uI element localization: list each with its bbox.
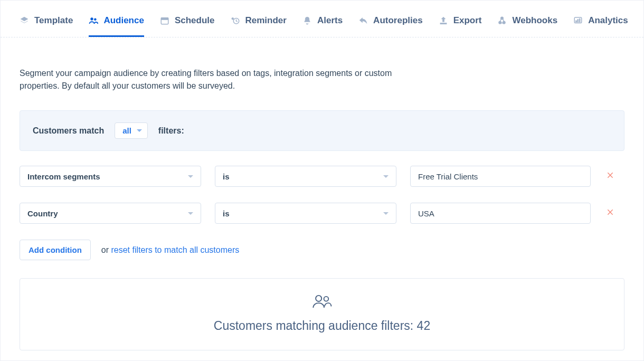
chart-icon <box>573 16 583 25</box>
filter-operator-value: is <box>223 172 230 181</box>
tab-label: Reminder <box>245 15 287 26</box>
webhook-icon <box>497 16 507 25</box>
filter-attribute-select[interactable]: Country <box>20 203 201 224</box>
filter-value-text: Free Trial Clients <box>418 172 478 181</box>
svg-rect-12 <box>577 20 579 22</box>
matching-customers-count: 42 <box>417 319 431 332</box>
users-icon <box>89 16 98 25</box>
filter-list: Intercom segments is Free Trial Clients <box>20 166 624 224</box>
tab-label: Alerts <box>317 15 343 26</box>
reset-filters-link[interactable]: reset filters to match all customers <box>111 245 239 254</box>
chevron-down-icon <box>383 175 389 178</box>
upload-icon <box>439 16 448 25</box>
matching-customers-text: Customers matching audience filters: 42 <box>214 319 430 333</box>
tab-audience[interactable]: Audience <box>89 1 144 37</box>
tab-schedule[interactable]: Schedule <box>160 1 215 37</box>
filter-attribute-value: Country <box>27 209 58 218</box>
reply-icon <box>358 16 368 25</box>
filter-operator-select[interactable]: is <box>215 166 396 187</box>
filter-value-input[interactable]: Free Trial Clients <box>410 166 591 187</box>
users-icon <box>312 293 332 311</box>
svg-point-5 <box>231 17 233 20</box>
tab-analytics[interactable]: Analytics <box>573 1 628 37</box>
filter-actions: Add condition or reset filters to match … <box>20 240 624 260</box>
matching-customers-card: Customers matching audience filters: 42 <box>20 278 624 350</box>
remove-filter-button[interactable] <box>604 171 616 182</box>
svg-point-0 <box>91 18 93 21</box>
tab-label: Webhooks <box>512 15 557 26</box>
layers-icon <box>20 16 29 25</box>
tab-label: Export <box>453 15 482 26</box>
tab-label: Autoreplies <box>373 15 423 26</box>
match-mode-bar: Customers match all filters: <box>20 110 624 151</box>
bell-icon <box>302 16 312 25</box>
tab-template[interactable]: Template <box>20 1 73 37</box>
match-mode-dropdown[interactable]: all <box>115 122 148 139</box>
filter-row: Intercom segments is Free Trial Clients <box>20 166 624 187</box>
chevron-down-icon <box>188 212 193 215</box>
audience-description: Segment your campaign audience by creati… <box>20 67 410 92</box>
filter-value-input[interactable]: USA <box>410 203 591 224</box>
svg-point-14 <box>316 296 321 301</box>
tab-reminder[interactable]: Reminder <box>231 1 287 37</box>
add-condition-button[interactable]: Add condition <box>20 240 91 260</box>
filter-operator-value: is <box>223 209 230 218</box>
tab-label: Template <box>34 15 73 26</box>
match-suffix: filters: <box>158 126 184 136</box>
tab-webhooks[interactable]: Webhooks <box>497 1 557 37</box>
match-prefix: Customers match <box>33 126 104 136</box>
filter-row: Country is USA <box>20 203 624 224</box>
svg-rect-11 <box>576 21 577 22</box>
filter-value-text: USA <box>418 209 434 218</box>
close-icon <box>606 208 614 218</box>
filter-operator-select[interactable]: is <box>215 203 396 224</box>
clock-icon <box>231 16 240 25</box>
svg-point-1 <box>94 18 97 21</box>
chevron-down-icon <box>188 175 193 178</box>
svg-rect-13 <box>579 18 580 22</box>
close-icon <box>606 171 614 182</box>
svg-rect-3 <box>161 18 168 20</box>
chevron-down-icon <box>383 212 389 215</box>
tab-bar: Template Audience Schedule Reminder Aler <box>1 1 643 37</box>
svg-rect-6 <box>440 23 447 24</box>
tab-alerts[interactable]: Alerts <box>302 1 343 37</box>
tab-label: Analytics <box>588 15 628 26</box>
tab-label: Schedule <box>175 15 215 26</box>
tab-label: Audience <box>103 15 144 26</box>
remove-filter-button[interactable] <box>604 208 616 218</box>
tab-autoreplies[interactable]: Autoreplies <box>358 1 423 37</box>
calendar-icon <box>160 16 169 25</box>
reset-filters-text: or reset filters to match all customers <box>101 245 239 255</box>
tab-export[interactable]: Export <box>439 1 482 37</box>
match-mode-value: all <box>122 126 131 135</box>
svg-point-15 <box>324 297 329 301</box>
chevron-down-icon <box>137 129 142 132</box>
filter-attribute-select[interactable]: Intercom segments <box>20 166 201 187</box>
filter-attribute-value: Intercom segments <box>27 172 100 181</box>
